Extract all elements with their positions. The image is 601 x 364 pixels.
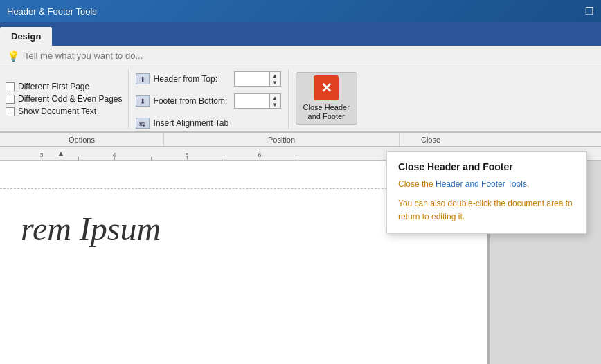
close-header-footer-button[interactable]: ✕ Close Header and Footer bbox=[296, 72, 357, 125]
footer-from-bottom-input[interactable]: 0.5" bbox=[235, 94, 269, 108]
different-odd-even-label: Different Odd & Even Pages bbox=[18, 94, 123, 104]
ruler-tick-45 bbox=[151, 157, 152, 160]
ribbon-content: Different First Page Different Odd & Eve… bbox=[0, 66, 601, 133]
footer-from-bottom-icon: ⬇ bbox=[136, 95, 150, 107]
header-from-top-input[interactable]: 0.5" bbox=[235, 72, 269, 86]
tooltip-extra: You can also double-click the document a… bbox=[398, 197, 575, 224]
header-from-top-icon: ⬆ bbox=[136, 73, 150, 84]
close-x-icon: ✕ bbox=[314, 75, 339, 100]
options-group: Different First Page Different Odd & Eve… bbox=[0, 69, 129, 129]
lightbulb-icon: 💡 bbox=[7, 50, 20, 62]
tooltip-desc: Close the Header and Footer Tools. bbox=[398, 178, 575, 190]
header-from-top-down[interactable]: ▼ bbox=[270, 79, 280, 86]
insert-alignment-label: Insert Alignment Tab bbox=[154, 118, 229, 128]
x-symbol: ✕ bbox=[321, 80, 332, 96]
footer-from-bottom-arrows: ▲ ▼ bbox=[269, 94, 280, 108]
ribbon-labels: Options Position Close bbox=[0, 133, 601, 147]
footer-from-bottom-spinbox[interactable]: 0.5" ▲ ▼ bbox=[234, 93, 281, 109]
different-odd-even-checkbox[interactable]: Different Odd & Even Pages bbox=[6, 94, 123, 104]
close-label-1: Close Header bbox=[303, 103, 350, 111]
options-group-content: Different First Page Different Odd & Eve… bbox=[6, 69, 123, 129]
footer-from-bottom-label: Footer from Bottom: bbox=[154, 96, 230, 106]
tooltip-panel: Close Header and Footer Close the Header… bbox=[386, 151, 587, 234]
header-from-top-spinbox[interactable]: 0.5" ▲ ▼ bbox=[234, 71, 281, 87]
close-btn-label: Close Header and Footer bbox=[303, 103, 350, 121]
ruler-tick-3 bbox=[42, 156, 42, 160]
checkbox-icon-2 bbox=[6, 95, 15, 104]
tell-me-bar: 💡 bbox=[0, 46, 601, 66]
header-from-top-up[interactable]: ▲ bbox=[270, 72, 280, 79]
tab-design[interactable]: Design bbox=[0, 27, 52, 46]
show-document-text-checkbox[interactable]: Show Document Text bbox=[6, 107, 123, 116]
ruler-tick-35 bbox=[78, 157, 79, 160]
close-group-label: Close bbox=[400, 133, 462, 146]
tooltip-title: Close Header and Footer bbox=[398, 161, 575, 172]
ruler-tick-55 bbox=[224, 157, 224, 160]
ruler-arrow-marker: ▲ bbox=[57, 149, 65, 158]
ruler-tick-6 bbox=[260, 156, 260, 160]
header-from-top-label: Header from Top: bbox=[154, 74, 230, 84]
close-group: ✕ Close Header and Footer bbox=[289, 69, 364, 129]
checkbox-icon bbox=[6, 82, 15, 91]
ruler-tick-5 bbox=[187, 156, 188, 160]
ribbon-tabs: Design bbox=[0, 22, 601, 46]
show-document-text-label: Show Document Text bbox=[18, 107, 96, 116]
ruler-tick-4 bbox=[114, 156, 115, 160]
header-from-top-row: ⬆ Header from Top: 0.5" ▲ ▼ bbox=[136, 71, 281, 87]
close-label-2: and Footer bbox=[308, 112, 345, 120]
title-bar: Header & Footer Tools ❐ bbox=[0, 0, 601, 22]
header-from-top-arrows: ▲ ▼ bbox=[269, 72, 280, 86]
position-group: ⬆ Header from Top: 0.5" ▲ ▼ ⬇ Footer fro… bbox=[129, 69, 289, 129]
tooltip-desc-part2: . bbox=[527, 179, 529, 189]
different-first-page-label: Different First Page bbox=[18, 82, 89, 91]
tooltip-desc-part1: Close the bbox=[398, 179, 436, 189]
position-group-content: ⬆ Header from Top: 0.5" ▲ ▼ ⬇ Footer fro… bbox=[136, 69, 281, 129]
restore-icon[interactable]: ❐ bbox=[585, 6, 594, 17]
different-first-page-checkbox[interactable]: Different First Page bbox=[6, 82, 123, 91]
insert-alignment-tab-row[interactable]: ↹ Insert Alignment Tab bbox=[136, 118, 281, 129]
insert-alignment-icon: ↹ bbox=[136, 118, 150, 129]
footer-from-bottom-down[interactable]: ▼ bbox=[270, 101, 280, 108]
footer-from-bottom-row: ⬇ Footer from Bottom: 0.5" ▲ ▼ bbox=[136, 93, 281, 109]
position-group-label: Position bbox=[164, 133, 400, 146]
title-bar-text: Header & Footer Tools bbox=[7, 6, 97, 17]
options-group-label: Options bbox=[0, 133, 164, 146]
footer-from-bottom-up[interactable]: ▲ bbox=[270, 94, 280, 101]
tell-me-input[interactable] bbox=[24, 51, 232, 61]
tooltip-desc-link: Header and Footer Tools bbox=[436, 179, 527, 189]
ruler-tick-65 bbox=[298, 157, 298, 160]
checkbox-icon-3 bbox=[6, 107, 15, 116]
